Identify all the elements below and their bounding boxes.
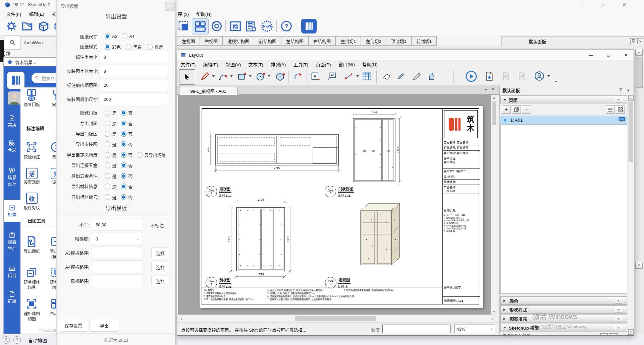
radio-bw-label[interactable]: 黑白 — [133, 44, 142, 50]
radio-yes[interactable] — [105, 194, 110, 200]
radio-yes[interactable] — [105, 131, 110, 137]
radio-a3[interactable] — [105, 33, 110, 39]
scene-tab-front-structure[interactable]: 前结构图 — [254, 36, 281, 46]
less-than-input[interactable] — [92, 219, 143, 231]
a3-template-path-input[interactable] — [92, 246, 143, 259]
arc-tool[interactable] — [217, 71, 229, 82]
eraser-tool[interactable] — [381, 71, 392, 81]
vscroll-thumb[interactable] — [492, 101, 496, 125]
toggle-doors-icon[interactable] — [25, 88, 38, 101]
dim-font-size-input[interactable] — [100, 51, 168, 63]
page-list-item[interactable]: # 1: A01 — [500, 116, 627, 124]
sidebar-item-cabinet[interactable]: 柜体 — [4, 200, 20, 222]
lo-menu-file[interactable]: 文件(F) — [178, 60, 199, 69]
sidebar-item-quanju[interactable]: 全局 — [4, 140, 20, 153]
radio-no-label[interactable]: 否 — [128, 152, 132, 158]
sidebar-item-extensions[interactable]: 扩展 — [4, 291, 20, 304]
style-eyedropper-tool[interactable] — [396, 71, 407, 81]
radio-no[interactable] — [121, 110, 126, 116]
account-button[interactable] — [533, 70, 545, 82]
layout-close-button[interactable]: ✕ — [618, 50, 634, 60]
panel-grain-icon[interactable]: 纹 — [26, 193, 38, 204]
view-top-drawing[interactable]: 2797 690 — [207, 132, 340, 176]
add-page-button[interactable] — [484, 71, 495, 82]
export-drawing-icon[interactable] — [25, 235, 38, 248]
radio-a4-label[interactable]: A4 — [129, 34, 135, 39]
value-input[interactable] — [382, 325, 451, 333]
list-view-button[interactable] — [606, 106, 615, 114]
lo-menu-text[interactable]: 文本(T) — [246, 60, 266, 69]
build-cabinet-section-icon[interactable] — [25, 297, 38, 310]
radio-no[interactable] — [121, 152, 126, 158]
radio-no-label[interactable]: 否 — [128, 162, 132, 168]
scene-tab-persp-structure[interactable]: 透视结构图 — [223, 36, 254, 46]
arc-tool-dropdown[interactable] — [230, 75, 233, 78]
install-font-size-input[interactable] — [100, 65, 168, 77]
radio-yes[interactable] — [105, 141, 110, 147]
radio-no-label[interactable]: 否 — [128, 141, 132, 147]
radio-yes[interactable] — [105, 152, 110, 158]
dock-scroll-down[interactable]: ∨ — [628, 329, 634, 335]
radio-no-label[interactable]: 否 — [128, 173, 132, 179]
doc-tab-list-dropdown[interactable]: ▾ — [485, 87, 487, 92]
lo-menu-edit[interactable]: 编辑(E) — [200, 60, 221, 69]
radio-no-label[interactable]: 否 — [128, 120, 132, 127]
toolbar-overflow-dropdown[interactable] — [555, 81, 557, 84]
tray-scroll-up[interactable]: ▲ — [635, 49, 643, 56]
label-tool[interactable]: A1 — [326, 71, 337, 81]
radio-yes-label[interactable]: 是 — [112, 194, 116, 200]
polygon-tool[interactable] — [274, 71, 286, 82]
set-active-layer-icon[interactable]: 活 — [26, 168, 38, 179]
hscroll-left-arrow[interactable]: ‹ — [179, 316, 184, 321]
radio-custom[interactable] — [147, 44, 153, 50]
archiwood-toolbar-tab[interactable]: ArchiWoo — [21, 36, 56, 49]
scene-tab-left-section2[interactable]: 左剖切2 — [361, 36, 386, 46]
page-monitor-icon[interactable] — [619, 117, 625, 124]
scene-tab-right-structure[interactable]: 右结构图 — [309, 36, 336, 46]
plugin-minimize-button[interactable]: — — [51, 59, 56, 64]
help-icon[interactable]: ? — [279, 19, 294, 33]
zoom-select[interactable]: 43% ∨ — [454, 325, 495, 333]
hscroll-right-arrow[interactable]: › — [490, 316, 495, 321]
a4-path-choose-button[interactable]: 选择 — [151, 262, 169, 272]
geolocation-icon[interactable] — [3, 336, 10, 344]
user-avatar[interactable] — [8, 91, 21, 105]
sketchup-minimize-button[interactable]: — — [575, 0, 592, 9]
install-min-size-input[interactable] — [100, 93, 168, 105]
view-label-top[interactable]: A011 顶视图比例 1:12 — [206, 186, 231, 198]
lo-menu-view[interactable]: 视图(V) — [223, 60, 244, 69]
lo-menu-pages[interactable]: 页面(P) — [313, 60, 334, 69]
dock-pin-icon[interactable] — [618, 87, 624, 93]
radio-yes-label[interactable]: 是 — [112, 141, 116, 147]
radio-yes-label[interactable]: 是 — [112, 183, 116, 190]
radio-yes[interactable] — [105, 110, 110, 116]
duplicate-page-button[interactable] — [512, 106, 521, 114]
pages-section-close[interactable]: ✕ — [615, 97, 622, 103]
previous-page-button[interactable] — [501, 71, 511, 81]
sidebar-item-changyong[interactable]: 常用 — [4, 115, 20, 128]
view-label-door[interactable]: A013 门板视图比例 1:25 — [325, 186, 354, 198]
inset-range-input[interactable] — [100, 79, 168, 91]
radio-color-label[interactable]: 彩色 — [112, 44, 121, 50]
radio-yes[interactable] — [105, 184, 110, 189]
layout-minimize-button[interactable]: — — [583, 50, 599, 60]
pattern-fill-section-close[interactable]: ✕ — [615, 316, 622, 322]
view-perspective-drawing[interactable] — [355, 199, 406, 270]
radio-yes[interactable] — [105, 162, 110, 168]
radio-no-label[interactable]: 否 — [128, 194, 132, 200]
sidebar-item-reports[interactable]: 报表 生产 — [4, 232, 20, 252]
sketchup-maximize-button[interactable]: □ — [595, 0, 612, 9]
check-box-icon[interactable]: 检 — [228, 19, 243, 33]
sketchup-close-button[interactable]: ✕ — [615, 0, 633, 9]
radio-yes[interactable] — [105, 173, 110, 179]
a3-path-choose-button[interactable]: 选择 — [151, 248, 169, 258]
tray-pin-icon[interactable] — [630, 38, 636, 44]
radio-yes-label[interactable]: 是 — [112, 173, 116, 179]
radio-only-scene[interactable] — [137, 152, 143, 158]
scene-tab-front-section1[interactable]: 前剖切1 — [412, 36, 437, 46]
doc-tab-close[interactable]: ✕ — [492, 87, 495, 91]
next-page-button[interactable] — [517, 71, 527, 81]
export-button[interactable]: 导出 — [90, 319, 119, 332]
hscroll-thumb[interactable] — [295, 316, 376, 321]
scene-tab-right-view[interactable]: 右视图 — [200, 36, 223, 46]
